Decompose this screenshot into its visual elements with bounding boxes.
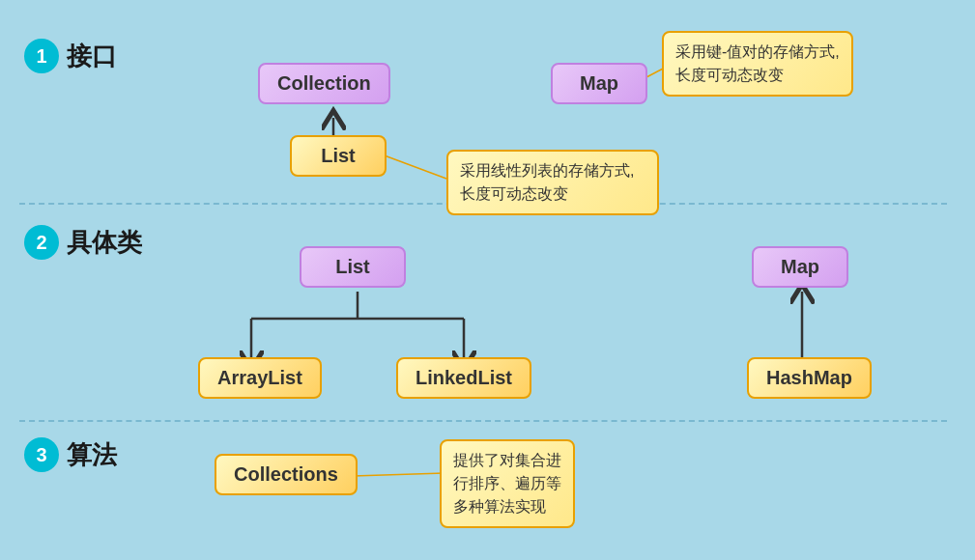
section3-label: 3 算法 xyxy=(24,437,117,472)
list-interface-box: List xyxy=(290,135,387,177)
map-interface-box: Map xyxy=(551,63,647,104)
hashmap-box: HashMap xyxy=(747,357,872,399)
section2-number: 2 xyxy=(24,225,59,260)
section1-number: 1 xyxy=(24,39,59,73)
map-class-box: Map xyxy=(752,246,848,288)
collections-box: Collections xyxy=(215,454,358,495)
section2-title: 具体类 xyxy=(67,226,142,260)
map-callout: 采用键-值对的存储方式,长度可动态改变 xyxy=(662,31,853,97)
algo-callout: 提供了对集合进行排序、遍历等多种算法实现 xyxy=(440,439,575,528)
divider-2 xyxy=(19,420,947,422)
section3-title: 算法 xyxy=(67,438,117,472)
svg-line-9 xyxy=(353,473,444,476)
collection-box: Collection xyxy=(258,63,390,104)
section3-number: 3 xyxy=(24,437,59,472)
arraylist-box: ArrayList xyxy=(198,357,322,399)
linkedlist-box: LinkedList xyxy=(396,357,531,399)
list-class-box: List xyxy=(300,246,406,288)
section1-label: 1 接口 xyxy=(24,39,117,73)
section2-label: 2 具体类 xyxy=(24,225,142,260)
svg-line-2 xyxy=(382,154,446,179)
list-callout: 采用线性列表的存储方式, 长度可动态改变 xyxy=(446,150,659,215)
section1-title: 接口 xyxy=(67,40,117,73)
